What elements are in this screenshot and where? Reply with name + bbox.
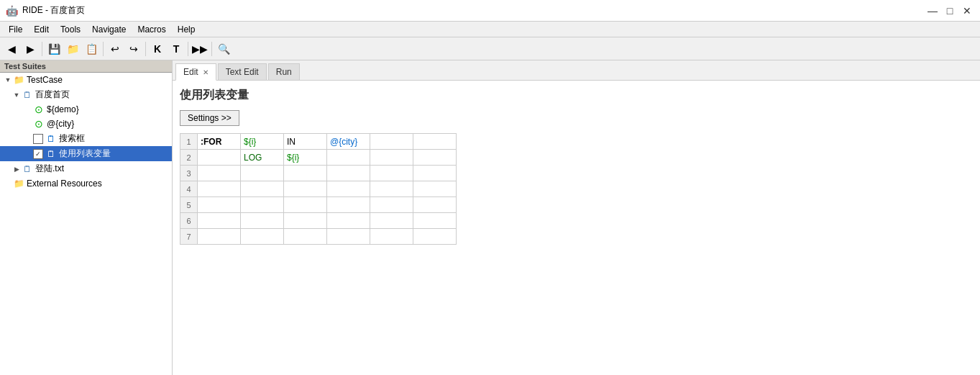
cell-r1-c2[interactable]: ${i} — [241, 134, 284, 150]
cell-r1-c3[interactable]: IN — [284, 134, 327, 150]
tree-item-listvar[interactable]: ✓ 🗒 使用列表变量 — [0, 146, 172, 161]
tree-item-login[interactable]: ▶ 🗒 登陆.txt — [0, 161, 172, 176]
cell-r1-c6[interactable] — [413, 134, 457, 150]
toolbar-t-btn[interactable]: T — [168, 40, 185, 58]
cell-r6-c1[interactable] — [198, 213, 241, 229]
tree-item-external[interactable]: 📁 External Resources — [0, 176, 172, 191]
cell-r3-c1[interactable] — [198, 166, 241, 181]
toolbar-forward-btn[interactable]: ▶ — [22, 40, 39, 58]
cell-r7-c3[interactable] — [284, 229, 327, 245]
tree-item-searchbox[interactable]: 🗒 搜索框 — [0, 131, 172, 146]
cell-r2-c6[interactable] — [413, 150, 457, 166]
row-number-2: 2 — [180, 150, 198, 166]
toolbar-back-btn[interactable]: ◀ — [3, 40, 20, 58]
tab-edit-label: Edit — [183, 67, 198, 77]
suite-icon-login: 🗒 — [22, 163, 33, 175]
tree-item-testcase[interactable]: ▼ 📁 TestCase — [0, 73, 172, 87]
cell-r4-c4[interactable] — [327, 181, 370, 197]
main-layout: Test Suites ▼ 📁 TestCase ▼ 🗒 百度首页 ⊙ ${de… — [0, 60, 980, 375]
toolbar-redo-btn[interactable]: ↪ — [125, 40, 142, 58]
cell-r7-c4[interactable] — [327, 229, 370, 245]
menu-item-navigate[interactable]: Navigate — [86, 23, 132, 36]
cell-r1-c5[interactable] — [370, 134, 413, 150]
cell-r3-c6[interactable] — [413, 166, 457, 181]
minimize-button[interactable]: — — [925, 4, 940, 18]
var-icon-demo: ⊙ — [33, 104, 45, 115]
cell-r4-c1[interactable] — [198, 181, 241, 197]
cell-r1-c1[interactable]: :FOR — [198, 134, 241, 150]
folder-icon-external: 📁 — [13, 178, 24, 189]
cell-r2-c3[interactable]: ${i} — [284, 150, 327, 166]
cell-r3-c2[interactable] — [241, 166, 284, 181]
tab-run[interactable]: Run — [268, 63, 300, 80]
checkbox-listvar[interactable]: ✓ — [33, 149, 43, 159]
tab-text-edit[interactable]: Text Edit — [218, 63, 267, 80]
cell-r4-c6[interactable] — [413, 181, 457, 197]
cell-r3-c3[interactable] — [284, 166, 327, 181]
tree-item-baidupage[interactable]: ▼ 🗒 百度首页 — [0, 87, 172, 102]
tree-label-login: 登陆.txt — [35, 163, 64, 175]
toolbar: ◀ ▶ 💾 📁 📋 ↩ ↪ K T ▶▶ 🔍 — [0, 37, 980, 60]
cell-r5-c2[interactable] — [241, 197, 284, 213]
cell-r3-c4[interactable] — [327, 166, 370, 181]
toolbar-undo-btn[interactable]: ↩ — [106, 40, 124, 58]
tree-item-city[interactable]: ⊙ @{city} — [0, 117, 172, 131]
cell-r6-c6[interactable] — [413, 213, 457, 229]
cell-r4-c3[interactable] — [284, 181, 327, 197]
cell-r3-c5[interactable] — [370, 166, 413, 181]
cell-r4-c5[interactable] — [370, 181, 413, 197]
menu-item-help[interactable]: Help — [172, 23, 201, 36]
grid-table: 1:FOR${i}IN@{city}2LOG${i}34567 — [180, 133, 457, 245]
toolbar-sep-2 — [103, 42, 104, 56]
cell-r2-c1[interactable] — [198, 150, 241, 166]
titlebar-left: 🤖 RIDE - 百度首页 — [6, 4, 85, 17]
cell-r7-c2[interactable] — [241, 229, 284, 245]
menu-item-macros[interactable]: Macros — [132, 23, 171, 36]
cell-r7-c6[interactable] — [413, 229, 457, 245]
expand-icon-external — [3, 179, 13, 189]
toolbar-k-btn[interactable]: K — [149, 40, 166, 58]
tree-item-demo[interactable]: ⊙ ${demo} — [0, 102, 172, 117]
cell-r5-c5[interactable] — [370, 197, 413, 213]
cell-r6-c2[interactable] — [241, 213, 284, 229]
close-button[interactable]: ✕ — [960, 4, 974, 18]
cell-r2-c5[interactable] — [370, 150, 413, 166]
cell-r6-c4[interactable] — [327, 213, 370, 229]
toolbar-sep-5 — [211, 42, 212, 56]
table-row: 4 — [180, 181, 457, 197]
tab-edit-close[interactable]: ✕ — [203, 68, 209, 76]
tree-label-external: External Resources — [27, 179, 102, 189]
cell-r6-c5[interactable] — [370, 213, 413, 229]
app-icon: 🤖 — [6, 5, 18, 17]
cell-r5-c3[interactable] — [284, 197, 327, 213]
maximize-button[interactable]: □ — [943, 4, 957, 18]
toolbar-run-btn[interactable]: ▶▶ — [191, 40, 209, 58]
cell-r5-c6[interactable] — [413, 197, 457, 213]
settings-bar: Settings >> — [180, 110, 973, 126]
tree-label-listvar: 使用列表变量 — [59, 148, 111, 160]
test-icon-searchbox: 🗒 — [45, 133, 57, 145]
cell-r4-c2[interactable] — [241, 181, 284, 197]
settings-button[interactable]: Settings >> — [180, 110, 239, 126]
menu-item-file[interactable]: File — [3, 23, 28, 36]
expand-icon-searchbox — [23, 134, 33, 144]
cell-r1-c4[interactable]: @{city} — [327, 134, 370, 150]
toolbar-open-btn[interactable]: 📁 — [64, 40, 81, 58]
checkbox-searchbox[interactable] — [33, 134, 43, 144]
tab-edit[interactable]: Edit ✕ — [175, 63, 216, 81]
menubar: FileEditToolsNavigateMacrosHelp — [0, 22, 980, 37]
cell-r7-c1[interactable] — [198, 229, 241, 245]
cell-r5-c4[interactable] — [327, 197, 370, 213]
row-number-1: 1 — [180, 134, 198, 150]
cell-r2-c2[interactable]: LOG — [241, 150, 284, 166]
toolbar-copy-btn[interactable]: 📋 — [83, 40, 100, 58]
cell-r2-c4[interactable] — [327, 150, 370, 166]
cell-r5-c1[interactable] — [198, 197, 241, 213]
cell-r6-c3[interactable] — [284, 213, 327, 229]
menu-item-edit[interactable]: Edit — [28, 23, 55, 36]
toolbar-save-btn[interactable]: 💾 — [45, 40, 63, 58]
toolbar-search-btn[interactable]: 🔍 — [215, 40, 232, 58]
menu-item-tools[interactable]: Tools — [55, 23, 86, 36]
cell-r7-c5[interactable] — [370, 229, 413, 245]
toolbar-sep-3 — [145, 42, 146, 56]
